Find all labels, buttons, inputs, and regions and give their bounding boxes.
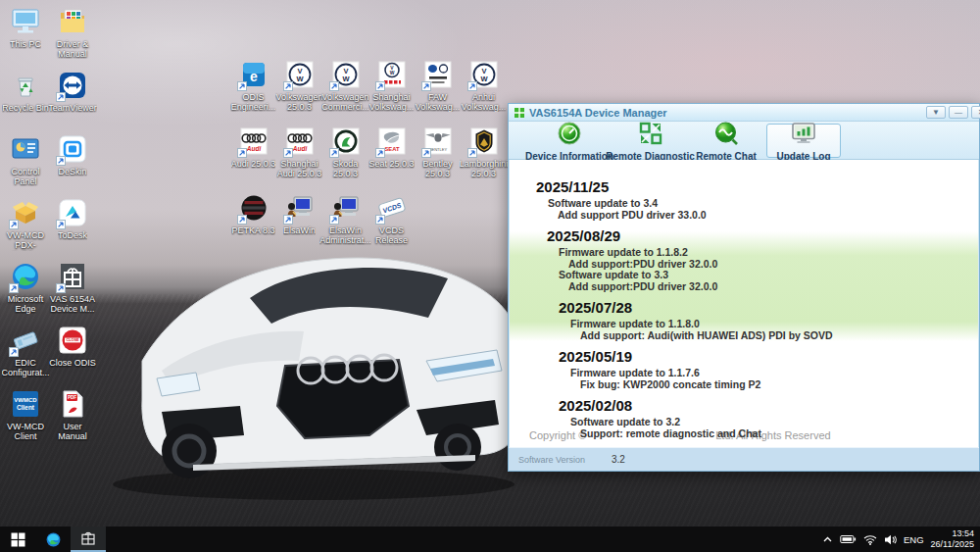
desktop-icon-edic-configurat[interactable]: EDIC Configurat...: [2, 325, 49, 388]
shortcut-arrow-icon: [375, 81, 385, 91]
window-minimize-button[interactable]: —: [949, 106, 968, 119]
desktop-icon-bentley-25-0-3[interactable]: BENTLEYBentley 25.0.3: [415, 125, 461, 192]
desktop-icon-label: Close ODIS: [49, 358, 96, 368]
log-section-2025-02-08: 2025/02/08Software update to 3.2Support:…: [510, 397, 978, 439]
elsawin-icon: [330, 192, 362, 224]
desktop-icon-shanghai-volkswag[interactable]: VWShanghai Volkswag...: [368, 59, 415, 125]
shortcut-arrow-icon: [56, 156, 66, 166]
desktop-icon-this-pc[interactable]: This PC: [2, 6, 49, 70]
taskbar-edge-button[interactable]: [35, 527, 71, 552]
edge-icon: [10, 261, 41, 292]
shortcut-arrow-icon: [283, 215, 293, 225]
desktop-icon-vw-mcd-client[interactable]: VWMCDClientVW-MCD Client: [2, 388, 49, 452]
todesk-icon: [57, 197, 88, 228]
desktop-icon-control-panel[interactable]: Control Panel: [2, 133, 49, 197]
toolbar-button-remote-diagnostic[interactable]: Remote Diagnostic: [604, 124, 697, 158]
desktop-icon-elsawin[interactable]: ElsaWin: [276, 192, 322, 259]
desktop-icon-label: DeSkin: [58, 167, 86, 176]
desktop-icon-label: Lamborghini 25.0.3: [460, 159, 509, 178]
desktop-icon-microsoft-edge[interactable]: Microsoft Edge: [2, 261, 49, 325]
desktop-icon-label: Volkswagen 25.0.3: [275, 92, 322, 112]
volume-icon[interactable]: [884, 534, 897, 545]
window-dropdown-button[interactable]: ▼: [926, 106, 946, 119]
update-log-icon: [791, 121, 816, 150]
desktop-icon-label: VW-MCD PDX-Builder: [2, 230, 49, 251]
petka-icon: [238, 192, 270, 224]
desktop-icon-label: ElsaWin: [283, 226, 316, 235]
desktop-icon-label: Microsoft Edge: [2, 294, 49, 314]
desktop-icon-label: VAS 6154A Device M...: [49, 294, 96, 314]
battery-icon[interactable]: [840, 533, 857, 545]
desktop-icon-seat-25-0-3[interactable]: SEATSeat 25.0.3: [368, 125, 415, 192]
tray-chevron-icon[interactable]: [822, 534, 833, 544]
taskbar-device-manager-button[interactable]: [71, 527, 106, 552]
desktop-icon-vcds-release-25-3[interactable]: VCDSVCDS Release 25.3: [368, 192, 415, 259]
desktop-icon-shanghai-audi-25-0-3[interactable]: AudiShanghai Audi 25.0.3: [276, 125, 322, 192]
desktop-icon-faw-volkswag[interactable]: FAW Volkswag...: [415, 59, 461, 125]
desktop-icon-driver-manual[interactable]: Driver & Manual: [49, 6, 96, 70]
shortcut-arrow-icon: [329, 215, 339, 225]
desktop-icon-vas-6154a-device-m[interactable]: VAS 6154A Device M...: [49, 261, 96, 325]
svg-text:W: W: [342, 75, 350, 83]
desktop-icon-odis-engineeri[interactable]: eODIS Engineeri...: [230, 59, 276, 125]
svg-text:Client: Client: [17, 404, 35, 411]
start-button[interactable]: [0, 527, 35, 552]
log-entry-detail: Support: remote diagnostic and Chat: [580, 428, 978, 440]
toolbar-button-update-log[interactable]: Update Log: [766, 124, 841, 158]
desktop-icon-todesk[interactable]: ToDesk: [49, 197, 96, 261]
desktop-icon-anhui-volkswag[interactable]: VWAnhui Volkswag...: [461, 59, 507, 125]
wifi-icon[interactable]: [863, 534, 877, 545]
svg-text:PDF: PDF: [68, 395, 76, 400]
desktop-icon-recycle-bin[interactable]: Recycle Bin: [2, 70, 49, 133]
svg-text:VWMCD: VWMCD: [14, 397, 37, 403]
clock[interactable]: 13:54 26/11/2025: [931, 528, 974, 550]
window-toolbar: Device InformationRemote DiagnosticRemot…: [509, 122, 979, 160]
shortcut-arrow-icon: [375, 148, 385, 158]
desktop-icon-volkswagen-commerci[interactable]: VWVolkswagen Commerci...: [322, 59, 368, 125]
shortcut-arrow-icon: [56, 92, 66, 102]
control-panel-icon: [10, 133, 41, 165]
clock-date: 26/11/2025: [931, 539, 974, 550]
desktop-icon-label: PETKA 8.3: [231, 226, 274, 235]
desktop-icon-close-odis[interactable]: CLOSEClose ODIS: [49, 325, 96, 388]
shortcut-arrow-icon: [9, 347, 19, 357]
vw-icon: VW: [330, 59, 362, 90]
log-entry: Firmware update to 1.1.8.0: [570, 319, 978, 330]
desktop-icon-vw-mcd-pdx-builder[interactable]: VW-MCD PDX-Builder: [2, 197, 49, 261]
window-titlebar[interactable]: VAS6154A Device Manager ▼ — ✕: [509, 104, 979, 122]
device-manager-window: VAS6154A Device Manager ▼ — ✕ Device Inf…: [508, 103, 980, 472]
log-date: 2025/11/25: [536, 178, 978, 195]
vw-icon: VW: [284, 59, 316, 90]
desktop-icon-teamviewer[interactable]: TeamViewer: [49, 70, 96, 133]
status-label: Software Version: [518, 455, 612, 465]
desktop-icon-elsawin-administrat[interactable]: ElsaWin Administrat...: [322, 192, 368, 259]
edge-icon: [45, 531, 62, 548]
shortcut-arrow-icon: [375, 215, 385, 225]
svg-text:Audi: Audi: [291, 145, 307, 152]
shortcut-arrow-icon: [56, 220, 66, 229]
svg-text:e: e: [250, 69, 258, 84]
desktop-icon-petka-8-3[interactable]: PETKA 8.3: [230, 192, 276, 259]
toolbar-button-remote-chat[interactable]: Remote Chat: [688, 124, 764, 158]
desktop-icon-volkswagen-25-0-3[interactable]: VWVolkswagen 25.0.3: [276, 59, 322, 125]
vcds-icon: VCDS: [376, 192, 408, 224]
vw-faw-icon: [422, 59, 454, 90]
taskbar: ENG 13:54 26/11/2025: [0, 527, 980, 552]
log-entry-detail: Add support:PDU driver 32.0.0: [568, 281, 978, 293]
window-statusbar: Software Version 3.2: [509, 447, 979, 471]
language-indicator[interactable]: ENG: [904, 534, 924, 545]
update-log-content: 2025/11/25Software update to 3.4Add supp…: [510, 160, 978, 447]
desktop-icon-lamborghini-25-0-3[interactable]: Lamborghini 25.0.3: [461, 125, 507, 192]
close-odis-icon: CLOSE: [57, 325, 88, 356]
desktop-icon-skoda-25-0-3[interactable]: Skoda 25.0.3: [322, 125, 368, 192]
desktop-icon-label: FAW Volkswag...: [415, 92, 461, 112]
shortcut-arrow-icon: [56, 283, 66, 293]
desktop-icon-audi-25-0-3[interactable]: AudiAudi 25.0.3: [230, 125, 276, 192]
shortcut-arrow-icon: [329, 81, 339, 91]
log-entry: Software update to 3.4: [548, 198, 978, 210]
log-date: 2025/02/08: [559, 397, 978, 414]
shortcut-arrow-icon: [283, 81, 293, 91]
window-close-button[interactable]: ✕: [971, 106, 980, 119]
desktop-icon-deskin[interactable]: DeSkin: [49, 133, 96, 197]
desktop-icon-user-manual[interactable]: PDFUser Manual: [49, 388, 96, 452]
